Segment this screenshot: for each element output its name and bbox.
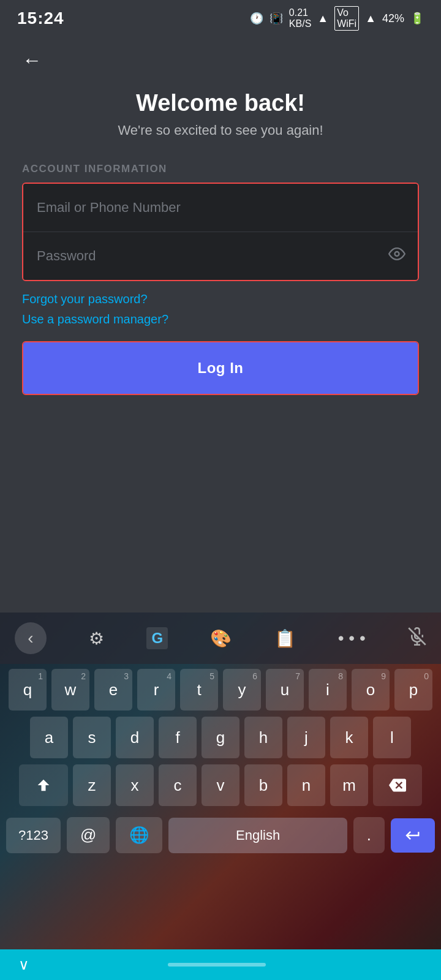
key-a[interactable]: a — [30, 717, 68, 758]
vowifi-icon: VoWiFi — [334, 6, 359, 31]
welcome-subtitle: We're so excited to see you again! — [22, 123, 419, 138]
key-o[interactable]: 9o — [352, 669, 390, 710]
key-x[interactable]: x — [116, 764, 154, 806]
key-r[interactable]: 4r — [137, 669, 175, 710]
key-i[interactable]: 8i — [309, 669, 347, 710]
keyboard-bottom-row: ?123 @ 🌐 English . — [0, 817, 441, 863]
forgot-password-link[interactable]: Forgot your password? — [22, 292, 419, 306]
wifi-icon: ▲ — [317, 12, 328, 25]
login-button-container: Log In — [22, 341, 419, 395]
data-speed: 0.21KB/S — [289, 7, 311, 29]
key-k[interactable]: k — [330, 717, 368, 758]
keyboard-palette-icon[interactable]: 🎨 — [210, 628, 232, 649]
period-button[interactable]: . — [353, 817, 385, 853]
signal-icon: ▲ — [365, 12, 376, 25]
nav-chevron-icon[interactable]: ∨ — [18, 956, 29, 973]
password-manager-link[interactable]: Use a password manager? — [22, 312, 419, 326]
key-j[interactable]: j — [287, 717, 325, 758]
key-u[interactable]: 7u — [266, 669, 304, 710]
nav-bar-indicator — [168, 963, 266, 967]
key-q[interactable]: 1q — [9, 669, 47, 710]
key-y[interactable]: 6y — [223, 669, 261, 710]
password-input[interactable] — [23, 232, 418, 280]
keyboard-area: ‹ ⚙ G 🎨 📋 • • • 1q 2w 3e 4r 5t 6y 7u 8i — [0, 612, 441, 980]
section-label: ACCOUNT INFORMATION — [22, 163, 419, 175]
key-z[interactable]: z — [73, 764, 111, 806]
space-button[interactable]: English — [168, 818, 347, 853]
email-input[interactable] — [23, 184, 418, 232]
keyboard-gear-icon[interactable]: ⚙ — [89, 628, 104, 649]
status-bar: 15:24 🕐 📳 0.21KB/S ▲ VoWiFi ▲ 42% 🔋 — [0, 0, 441, 37]
welcome-section: Welcome back! We're so excited to see yo… — [22, 90, 419, 138]
alarm-icon: 🕐 — [250, 12, 263, 25]
keyboard-translate-icon[interactable]: G — [146, 627, 168, 649]
shift-key[interactable] — [19, 764, 68, 806]
backspace-key[interactable] — [373, 764, 422, 806]
at-button[interactable]: @ — [67, 817, 110, 853]
key-b[interactable]: b — [244, 764, 282, 806]
keyboard-keys: 1q 2w 3e 4r 5t 6y 7u 8i 9o 0p a s d f g … — [0, 664, 441, 817]
app-content: ← Welcome back! We're so excited to see … — [0, 37, 441, 420]
keyboard-clipboard-icon[interactable]: 📋 — [274, 628, 296, 649]
keyboard-back-button[interactable]: ‹ — [15, 622, 47, 654]
key-s[interactable]: s — [73, 717, 111, 758]
key-l[interactable]: l — [373, 717, 411, 758]
vibrate-icon: 📳 — [270, 12, 283, 25]
keyboard-row-1: 1q 2w 3e 4r 5t 6y 7u 8i 9o 0p — [6, 669, 435, 710]
key-g[interactable]: g — [202, 717, 239, 758]
key-n[interactable]: n — [287, 764, 325, 806]
login-button[interactable]: Log In — [23, 342, 418, 394]
fields-container — [22, 183, 419, 281]
key-w[interactable]: 2w — [51, 669, 89, 710]
globe-button[interactable]: 🌐 — [116, 817, 162, 853]
battery-level: 42% — [382, 12, 404, 25]
key-f[interactable]: f — [159, 717, 197, 758]
svg-point-0 — [395, 252, 399, 256]
key-p[interactable]: 0p — [394, 669, 432, 710]
navigation-bar: ∨ — [0, 949, 441, 980]
keyboard-more-icon[interactable]: • • • — [338, 628, 366, 648]
status-icons: 🕐 📳 0.21KB/S ▲ VoWiFi ▲ 42% 🔋 — [250, 6, 424, 31]
keyboard-row-2: a s d f g h j k l — [6, 717, 435, 758]
status-time: 15:24 — [17, 9, 64, 28]
key-c[interactable]: c — [159, 764, 197, 806]
enter-button[interactable] — [391, 818, 435, 853]
keyboard-row-3: z x c v b n m — [6, 764, 435, 806]
key-d[interactable]: d — [116, 717, 154, 758]
key-h[interactable]: h — [244, 717, 282, 758]
back-button[interactable]: ← — [22, 49, 42, 72]
keyboard-toolbar: ‹ ⚙ G 🎨 📋 • • • — [0, 612, 441, 664]
key-v[interactable]: v — [202, 764, 239, 806]
key-m[interactable]: m — [330, 764, 368, 806]
welcome-title: Welcome back! — [22, 90, 419, 116]
numeric-toggle-button[interactable]: ?123 — [6, 818, 61, 853]
password-wrapper — [23, 232, 418, 280]
key-e[interactable]: 3e — [94, 669, 132, 710]
battery-icon: 🔋 — [410, 12, 424, 25]
eye-icon[interactable] — [388, 246, 405, 267]
key-t[interactable]: 5t — [180, 669, 218, 710]
keyboard-mic-off-icon[interactable] — [408, 627, 426, 650]
